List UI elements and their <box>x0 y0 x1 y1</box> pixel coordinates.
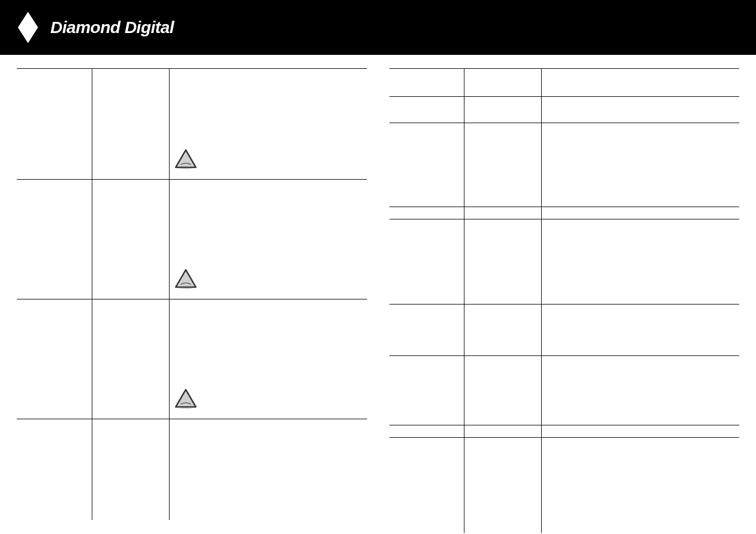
content-area <box>0 55 756 533</box>
table-cell <box>169 419 367 520</box>
warning-triangle-icon <box>174 269 198 291</box>
table-cell <box>92 419 169 520</box>
table-cell <box>542 425 740 438</box>
table-cell <box>389 207 464 219</box>
table-cell <box>92 180 169 299</box>
table-cell <box>464 305 542 356</box>
table-cell <box>169 299 367 419</box>
table-cell <box>389 425 464 438</box>
table-cell <box>464 425 542 438</box>
table-cell <box>389 438 464 533</box>
table-cell <box>464 438 542 533</box>
table-cell <box>389 69 464 97</box>
table-cell <box>464 123 542 207</box>
warning-triangle-icon <box>174 149 198 171</box>
table-cell <box>92 299 169 419</box>
table-cell <box>464 97 542 123</box>
table-cell <box>542 123 740 207</box>
left-table <box>17 68 367 520</box>
header-title: Diamond Digital <box>50 18 174 37</box>
table-cell <box>389 305 464 356</box>
table-cell <box>169 69 367 180</box>
diamond-icon <box>16 11 40 44</box>
header-bar: Diamond Digital <box>0 0 756 55</box>
table-cell <box>542 305 740 356</box>
table-cell <box>542 69 740 97</box>
right-column <box>389 68 740 533</box>
table-cell <box>17 180 92 299</box>
table-cell <box>542 207 740 219</box>
table-cell <box>17 69 92 180</box>
table-cell <box>464 69 542 97</box>
svg-point-6 <box>179 408 193 409</box>
table-cell <box>389 356 464 425</box>
svg-marker-0 <box>18 12 38 43</box>
right-table <box>389 68 740 533</box>
table-cell <box>542 438 740 533</box>
table-cell <box>464 207 542 219</box>
svg-marker-3 <box>176 270 196 287</box>
svg-point-4 <box>179 288 193 289</box>
table-cell <box>17 419 92 520</box>
warning-triangle-icon <box>174 388 198 411</box>
table-cell <box>17 299 92 419</box>
table-cell <box>389 123 464 207</box>
svg-marker-5 <box>176 390 196 407</box>
table-cell <box>542 356 740 425</box>
table-cell <box>389 97 464 123</box>
table-cell <box>542 219 740 305</box>
table-cell <box>169 180 367 299</box>
table-cell <box>389 219 464 305</box>
table-cell <box>464 219 542 305</box>
table-cell <box>464 356 542 425</box>
table-cell <box>92 69 169 180</box>
svg-marker-1 <box>176 150 196 167</box>
table-cell <box>542 97 740 123</box>
svg-point-2 <box>179 168 193 170</box>
left-column <box>17 68 367 533</box>
